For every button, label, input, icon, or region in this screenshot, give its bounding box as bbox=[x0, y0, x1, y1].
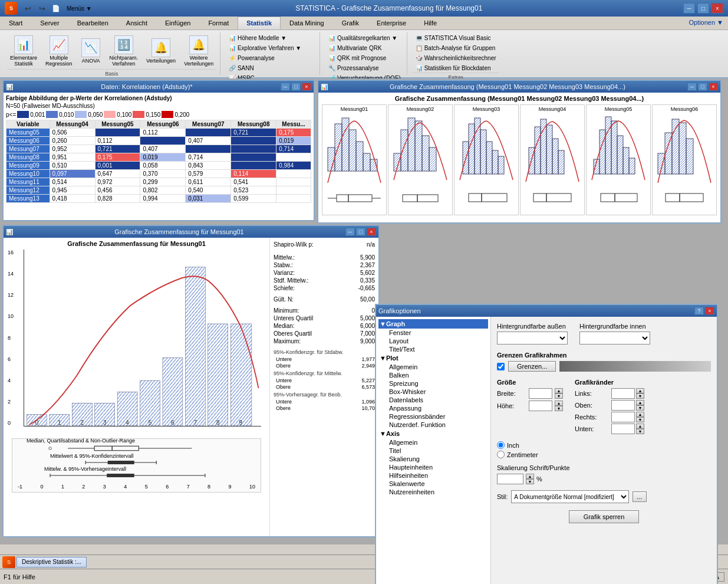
tab-datamining[interactable]: Data Mining bbox=[281, 17, 333, 29]
tree-axis-node[interactable]: ▼ Axis bbox=[378, 429, 488, 438]
tree-axis-skalierung[interactable]: Skalierung bbox=[378, 455, 488, 463]
minimize-btn[interactable]: ─ bbox=[683, 3, 695, 14]
tab-grafik[interactable]: Grafik bbox=[333, 17, 368, 29]
style-select[interactable]: A Dokumentgröße Normal [modifiziert] bbox=[511, 490, 629, 503]
left-spin-up[interactable]: ▲ bbox=[636, 388, 644, 393]
width-input[interactable]: 5,5 bbox=[529, 388, 552, 399]
grafik-sperren-btn[interactable]: Grafik sperren bbox=[569, 510, 640, 523]
opts-close-btn[interactable]: × bbox=[705, 307, 714, 315]
bottom-input[interactable]: 0 bbox=[611, 424, 635, 434]
graph-win-min[interactable]: ─ bbox=[345, 228, 355, 236]
scale-spin-up[interactable]: ▲ bbox=[526, 474, 534, 479]
tree-datenlabels[interactable]: Datenlabels bbox=[378, 396, 488, 404]
inch-radio[interactable] bbox=[497, 441, 505, 449]
tree-graph-node[interactable]: ▼ Graph bbox=[378, 319, 488, 329]
undo-btn[interactable]: ↩ bbox=[21, 2, 34, 14]
tree-regressionsbänder[interactable]: Regressionsbänder bbox=[378, 412, 488, 421]
poweranalyse-btn[interactable]: ⚡ Poweranalyse bbox=[226, 54, 316, 63]
multivariate-btn[interactable]: 📊 Multivariate QRK bbox=[326, 44, 403, 53]
regression-btn[interactable]: 📈 MultipleRegression bbox=[42, 34, 75, 69]
optionen-btn[interactable]: Optionen ▼ bbox=[684, 17, 728, 29]
grenzen-checkbox[interactable] bbox=[497, 363, 505, 370]
graph-win-max[interactable]: □ bbox=[356, 228, 365, 236]
explorative-btn[interactable]: 📊 Explorative Verfahren ▼ bbox=[226, 44, 316, 53]
maximize-btn[interactable]: □ bbox=[697, 3, 709, 14]
tree-spreizung[interactable]: Spreizung bbox=[378, 379, 488, 388]
sum-top-max[interactable]: □ bbox=[698, 83, 707, 91]
tab-start[interactable]: Start bbox=[0, 17, 31, 29]
opts-help-btn[interactable]: ? bbox=[694, 307, 704, 315]
tab-format[interactable]: Format bbox=[199, 17, 238, 29]
width-spin-up[interactable]: ▲ bbox=[555, 388, 563, 393]
cm-radio[interactable] bbox=[497, 451, 505, 458]
qrk-prognose-btn[interactable]: 📊 QRK mit Prognose bbox=[326, 54, 403, 63]
right-input[interactable]: 0 bbox=[611, 412, 635, 422]
blockdaten-btn[interactable]: 📊 Statistiken für Blockdaten bbox=[413, 64, 499, 73]
tree-allgemein[interactable]: Allgemein bbox=[378, 363, 488, 371]
tree-nutzereinheiten[interactable]: Nutzereinheiten bbox=[378, 488, 488, 496]
data-win-max[interactable]: □ bbox=[291, 83, 301, 91]
graph-win-close[interactable]: × bbox=[367, 228, 376, 236]
tree-axis-titel[interactable]: Titel bbox=[378, 447, 488, 455]
height-input[interactable]: 1,5 bbox=[529, 401, 552, 411]
tree-anpassung[interactable]: Anpassung bbox=[378, 404, 488, 412]
taskbar-item[interactable]: Deskriptive Statistik :... bbox=[17, 557, 87, 567]
left-input[interactable]: 0 bbox=[611, 388, 635, 399]
tab-server[interactable]: Server bbox=[31, 17, 68, 29]
bottom-spin-down[interactable]: ▼ bbox=[636, 429, 644, 434]
tree-hilfseinheiten[interactable]: Hilfseinheiten bbox=[378, 471, 488, 480]
tab-einfuegen[interactable]: Einfügen bbox=[156, 17, 199, 29]
weitere-verteilungen-btn[interactable]: 🔔 WeitereVerteilungen bbox=[181, 34, 216, 69]
tab-bearbeiten[interactable]: Bearbeiten bbox=[68, 17, 117, 29]
hoehere-modelle-btn[interactable]: 📊 Höhere Modelle ▼ bbox=[226, 34, 316, 42]
right-spin-up[interactable]: ▲ bbox=[636, 412, 644, 417]
tree-nutzerdef[interactable]: Nutzerdef. Funktion bbox=[378, 421, 488, 429]
tab-hilfe[interactable]: Hilfe bbox=[415, 17, 446, 29]
height-spin-up[interactable]: ▲ bbox=[555, 401, 563, 406]
visual-basic-btn[interactable]: 💻 STATISTICA Visual Basic bbox=[413, 34, 499, 42]
new-btn[interactable]: 📄 bbox=[50, 2, 62, 14]
prozessanalyse-btn[interactable]: 🔧 Prozessanalyse bbox=[326, 64, 403, 73]
redo-btn[interactable]: ↪ bbox=[35, 2, 48, 14]
verteilungen-btn[interactable]: 🔔 Verteilungen bbox=[143, 37, 179, 66]
grenzen-btn[interactable]: Grenzen... bbox=[508, 361, 556, 372]
right-spin-down[interactable]: ▼ bbox=[636, 417, 644, 422]
tree-titeltext[interactable]: Titel/Text bbox=[378, 345, 488, 353]
sann-btn[interactable]: 🔗 SANN bbox=[226, 64, 316, 73]
left-spin-down[interactable]: ▼ bbox=[636, 393, 644, 399]
tree-haupteinheiten[interactable]: Haupteinheiten bbox=[378, 463, 488, 471]
tab-enterprise[interactable]: Enterprise bbox=[368, 17, 415, 29]
wahrscheinlichkeit-btn[interactable]: 🎲 Wahrscheinlichkeitsrechner bbox=[413, 54, 499, 63]
sum-top-min[interactable]: ─ bbox=[687, 83, 697, 91]
anova-btn[interactable]: 📉 ANOVA bbox=[78, 37, 104, 66]
tree-plot-node[interactable]: ▼ Plot bbox=[378, 353, 488, 363]
tree-fenster[interactable]: Fenster bbox=[378, 329, 488, 337]
batch-btn[interactable]: 📋 Batch-Analyse für Gruppen bbox=[413, 44, 499, 53]
tree-balken[interactable]: Balken bbox=[378, 371, 488, 379]
menus-btn[interactable]: Menüs ▼ bbox=[64, 2, 95, 14]
tree-layout[interactable]: Layout bbox=[378, 337, 488, 345]
bottom-spin-up[interactable]: ▲ bbox=[636, 424, 644, 429]
tree-axis-allgemein[interactable]: Allgemein bbox=[378, 438, 488, 447]
elementare-statistik-btn[interactable]: 📊 ElementareStatistik bbox=[7, 34, 40, 69]
close-btn[interactable]: × bbox=[711, 3, 723, 14]
data-win-close[interactable]: × bbox=[302, 83, 311, 91]
height-spin-down[interactable]: ▼ bbox=[555, 406, 563, 411]
sum-top-close[interactable]: × bbox=[709, 83, 718, 91]
style-extra-btn[interactable]: ... bbox=[633, 491, 646, 502]
scale-input[interactable]: 100 bbox=[497, 474, 523, 484]
qualitaet-btn[interactable]: 📊 Qualitätsregelkarten ▼ bbox=[326, 34, 403, 42]
top-input[interactable]: 0 bbox=[611, 400, 635, 411]
bg-outer-select[interactable] bbox=[497, 332, 568, 345]
tree-boxwhisker[interactable]: Box-Whisker bbox=[378, 388, 488, 396]
tree-skalenwerte[interactable]: Skalenwerte bbox=[378, 480, 488, 488]
width-spin-down[interactable]: ▼ bbox=[555, 393, 563, 399]
tab-ansicht[interactable]: Ansicht bbox=[117, 17, 156, 29]
data-win-min[interactable]: ─ bbox=[281, 83, 290, 91]
scale-spin-down[interactable]: ▼ bbox=[526, 479, 534, 484]
top-spin-up[interactable]: ▲ bbox=[636, 400, 644, 405]
top-spin-down[interactable]: ▼ bbox=[636, 405, 644, 411]
bg-inner-select[interactable] bbox=[579, 332, 650, 345]
tab-statistik[interactable]: Statistik bbox=[238, 17, 281, 29]
nichtparam-btn[interactable]: 🔢 Nichtparam.Verfahren bbox=[107, 34, 141, 69]
